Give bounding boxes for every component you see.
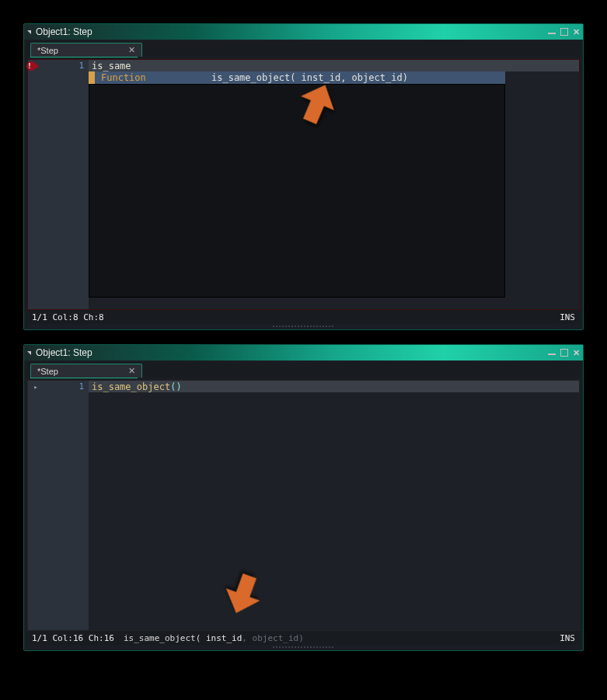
tab-underline [30,57,138,57]
status-bar: 1/1 Col:8 Ch:8 INS [26,310,581,324]
code-parens: () [170,381,181,392]
cursor-position: 1/1 Col:16 Ch:16 [32,633,114,643]
tab-label: *Step [37,367,58,376]
insert-mode: INS [560,312,575,322]
code-area[interactable]: is_same Function is_same_object( inst_id… [89,60,579,309]
code-window-2: Object1: Step ✕ *Step ✕ ▸ 1 is_same_ [23,344,584,651]
gutter: ! 1 [28,60,89,309]
window-controls: ✕ [548,348,580,358]
tab-label: *Step [37,46,58,55]
maximize-icon[interactable] [560,349,568,357]
autocomplete-badge-icon [89,71,95,84]
minimize-icon[interactable] [548,33,556,34]
gutter: ▸ 1 [28,381,89,630]
tab-close-icon[interactable]: ✕ [128,45,135,55]
code-text: is_same [92,61,131,71]
tab-close-icon[interactable]: ✕ [128,366,135,376]
resize-grip[interactable] [26,324,581,328]
editor-tab[interactable]: *Step ✕ [30,364,142,378]
code-window-1: Object1: Step ✕ *Step ✕ ! [23,23,584,330]
dropdown-icon[interactable] [27,351,31,355]
minimize-icon[interactable] [548,353,556,355]
title-bar[interactable]: Object1: Step ✕ [24,24,583,40]
client-area: *Step ✕ ! 1 is_same [24,40,583,329]
maximize-icon[interactable] [560,28,568,36]
client-area: *Step ✕ ▸ 1 is_same_object() 1/ [24,360,583,650]
error-marker-icon[interactable]: ! [30,61,42,71]
gutter-line: ! 1 [28,60,89,71]
code-function: is_same_object [92,381,170,392]
resize-grip[interactable] [26,645,581,649]
line-number: 1 [44,381,89,392]
gutter-line: ▸ 1 [28,381,89,392]
dropdown-icon[interactable] [27,30,31,34]
close-icon[interactable]: ✕ [573,27,580,37]
signature-hint: is_same_object( inst_id, object_id) [124,633,304,643]
code-line[interactable]: is_same [89,60,579,71]
editor-tab[interactable]: *Step ✕ [30,43,142,57]
code-editor[interactable]: ▸ 1 is_same_object() [27,380,580,631]
code-line[interactable]: is_same_object() [89,381,579,392]
autocomplete-item[interactable]: Function is_same_object( inst_id, object… [89,71,505,84]
tab-underline [30,378,138,378]
title-bar[interactable]: Object1: Step ✕ [24,345,583,360]
svg-marker-1 [219,569,267,619]
autocomplete-kind: Function [95,72,211,83]
window-controls: ✕ [548,27,580,37]
close-icon[interactable]: ✕ [573,348,580,358]
window-title: Object1: Step [36,26,548,37]
code-editor[interactable]: ! 1 is_same Function is_same_object( ins… [27,59,580,310]
tab-bar: *Step ✕ [26,362,581,378]
annotation-arrow-icon [215,565,272,622]
status-bar: 1/1 Col:16 Ch:16 is_same_object( inst_id… [26,631,581,645]
window-title: Object1: Step [36,347,548,358]
line-number: 1 [44,61,89,71]
fold-chevron-icon[interactable]: ▸ [28,383,44,391]
tab-bar: *Step ✕ [26,41,581,57]
cursor-position: 1/1 Col:8 Ch:8 [32,312,104,322]
code-area[interactable]: is_same_object() [89,381,579,630]
insert-mode: INS [560,633,575,643]
